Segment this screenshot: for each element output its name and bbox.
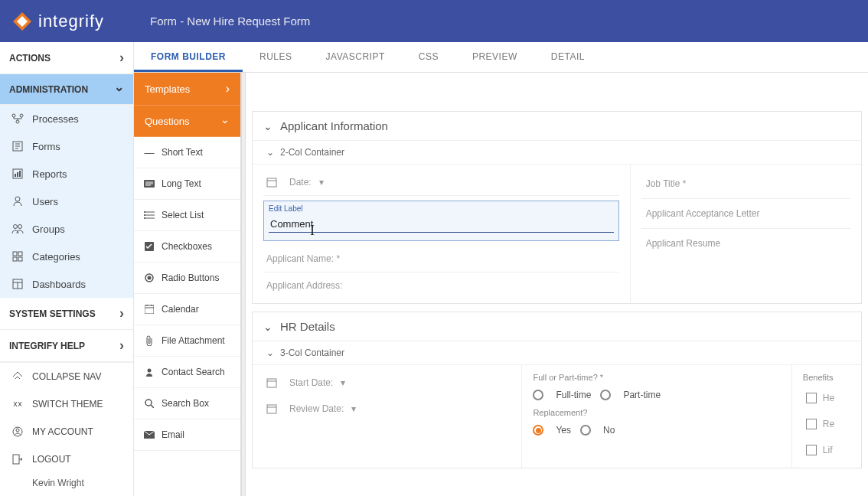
sidebar-actions-label: ACTIONS — [9, 53, 51, 64]
sidebar-admin-header[interactable]: ADMINISTRATION — [0, 74, 133, 105]
sidebar-item-label: Reports — [32, 168, 67, 180]
section-title: HR Details — [280, 320, 335, 333]
field-start-date[interactable]: Start Date: ▾ — [263, 370, 511, 396]
svg-rect-10 — [15, 174, 16, 177]
tab-detail[interactable]: DETAIL — [534, 42, 602, 72]
palette-item-label: Search Box — [162, 398, 209, 409]
tab-css[interactable]: CSS — [402, 42, 455, 72]
sidebar-settings-label: SYSTEM SETTINGS — [9, 308, 96, 319]
field-job-title[interactable]: Job Title * — [641, 169, 850, 199]
svg-point-44 — [145, 400, 152, 406]
field-comment-editing[interactable]: Edit Label I — [263, 201, 619, 241]
palette-item-checkboxes[interactable]: Checkboxes — [134, 231, 240, 263]
search-box-icon — [143, 398, 155, 409]
sidebar-settings-header[interactable]: SYSTEM SETTINGS — [0, 298, 133, 330]
form-canvas: ⌄ Applicant Information ⌄ 2-Col Containe… — [246, 73, 868, 496]
sidebar-item-label: Groups — [32, 224, 65, 235]
sidebar-help-header[interactable]: INTEGRIFY HELP — [0, 330, 133, 362]
processes-icon — [11, 113, 24, 125]
sidebar-switch-theme[interactable]: SWITCH THEME — [0, 390, 133, 418]
sidebar-logout[interactable]: LOGOUT — [0, 445, 133, 473]
section-header[interactable]: ⌄ Applicant Information — [253, 112, 861, 141]
palette-item-long-text[interactable]: Long Text — [134, 168, 240, 200]
sidebar-item-forms[interactable]: Forms — [0, 132, 133, 160]
sidebar-item-label: Forms — [32, 141, 60, 152]
tab-javascript[interactable]: JAVASCRIPT — [309, 42, 402, 72]
sidebar-admin-label: ADMINISTRATION — [9, 84, 88, 95]
palette-questions-header[interactable]: Questions — [134, 106, 240, 137]
container-label: 3-Col Container — [280, 348, 344, 358]
palette-templates-header[interactable]: Templates — [134, 73, 240, 106]
field-review-date[interactable]: Review Date: ▾ — [263, 396, 511, 422]
question-benefits: Benefits — [803, 373, 850, 382]
work-area: FORM BUILDER RULES JAVASCRIPT CSS PREVIE… — [134, 42, 868, 496]
sidebar-admin-items: Processes Forms Reports Users Groups Cat… — [0, 105, 133, 298]
label-edit-input[interactable] — [269, 216, 614, 233]
radio-label: Full-time — [556, 390, 591, 400]
svg-rect-19 — [18, 257, 22, 261]
sidebar-item-reports[interactable]: Reports — [0, 160, 133, 188]
sidebar-item-label: LOGOUT — [32, 454, 71, 465]
palette-item-label: Checkboxes — [162, 241, 212, 252]
sidebar-item-users[interactable]: Users — [0, 188, 133, 215]
radio-yes[interactable] — [533, 425, 543, 436]
edit-label-hint: Edit Label — [269, 204, 614, 213]
palette-item-calendar[interactable]: Calendar — [134, 294, 240, 325]
palette-item-select-list[interactable]: Select List — [134, 200, 240, 231]
checkboxes-icon — [143, 241, 155, 252]
chevron-down-icon: ⌄ — [266, 348, 274, 358]
palette-item-email[interactable]: Email — [134, 419, 240, 451]
radio-no[interactable] — [580, 425, 591, 436]
checkbox[interactable] — [806, 419, 817, 429]
tab-rules[interactable]: RULES — [243, 42, 309, 72]
field-applicant-name[interactable]: Applicant Name: * — [263, 246, 619, 272]
field-resume[interactable]: Applicant Resume — [641, 229, 850, 258]
field-date[interactable]: Date: ▾ — [263, 169, 619, 196]
palette-item-short-text[interactable]: —Short Text — [134, 137, 240, 168]
sidebar-item-dashboards[interactable]: Dashboards — [0, 270, 133, 298]
sidebar-collapse-nav[interactable]: COLLAPSE NAV — [0, 363, 133, 390]
svg-point-33 — [144, 211, 145, 213]
svg-rect-11 — [17, 172, 18, 177]
sidebar-my-account[interactable]: MY ACCOUNT — [0, 418, 133, 445]
radio-full-time[interactable] — [533, 390, 543, 400]
palette-item-contact-search[interactable]: Contact Search — [134, 357, 240, 388]
svg-point-15 — [18, 225, 22, 229]
sidebar-item-processes[interactable]: Processes — [0, 105, 133, 132]
svg-point-24 — [16, 429, 19, 432]
sidebar-item-groups[interactable]: Groups — [0, 215, 133, 243]
contact-search-icon — [143, 367, 155, 377]
svg-point-14 — [14, 225, 18, 229]
svg-point-4 — [16, 120, 19, 123]
container-header[interactable]: ⌄ 3-Col Container — [253, 341, 861, 365]
sidebar-item-categories[interactable]: Categories — [0, 243, 133, 270]
container-header[interactable]: ⌄ 2-Col Container — [253, 141, 861, 165]
svg-rect-18 — [13, 257, 17, 261]
field-label: Review Date: — [289, 403, 344, 414]
tab-form-builder[interactable]: FORM BUILDER — [134, 42, 243, 72]
section-hr-details[interactable]: ⌄ HR Details ⌄ 3-Col Container Start Dat… — [252, 312, 862, 468]
radio-buttons-icon — [143, 272, 155, 283]
field-applicant-address[interactable]: Applicant Address: — [263, 272, 619, 299]
logout-icon — [11, 453, 24, 465]
radio-part-time[interactable] — [600, 390, 611, 400]
column-right: Job Title * Applicant Acceptance Letter … — [631, 165, 861, 303]
sidebar-actions-header[interactable]: ACTIONS — [0, 42, 133, 74]
chevron-down-icon: ⌄ — [263, 120, 272, 132]
palette-item-radio-buttons[interactable]: Radio Buttons — [134, 263, 240, 294]
svg-point-2 — [12, 114, 15, 117]
section-header[interactable]: ⌄ HR Details — [253, 312, 861, 341]
palette-item-file-attachment[interactable]: File Attachment — [134, 325, 240, 357]
section-applicant-information[interactable]: ⌄ Applicant Information ⌄ 2-Col Containe… — [252, 111, 862, 304]
checkbox[interactable] — [806, 445, 817, 455]
palette-templates-label: Templates — [145, 83, 190, 95]
chevron-down-icon — [114, 82, 124, 96]
tab-preview[interactable]: PREVIEW — [455, 42, 534, 72]
svg-rect-16 — [13, 252, 17, 256]
palette-item-search-box[interactable]: Search Box — [134, 388, 240, 419]
question-replacement: Replacement? — [533, 408, 780, 417]
checkbox[interactable] — [806, 393, 817, 403]
field-acceptance-letter[interactable]: Applicant Acceptance Letter — [641, 199, 850, 229]
column-1: Start Date: ▾ Review Date: ▾ — [253, 365, 522, 468]
calendar-icon — [143, 304, 155, 315]
